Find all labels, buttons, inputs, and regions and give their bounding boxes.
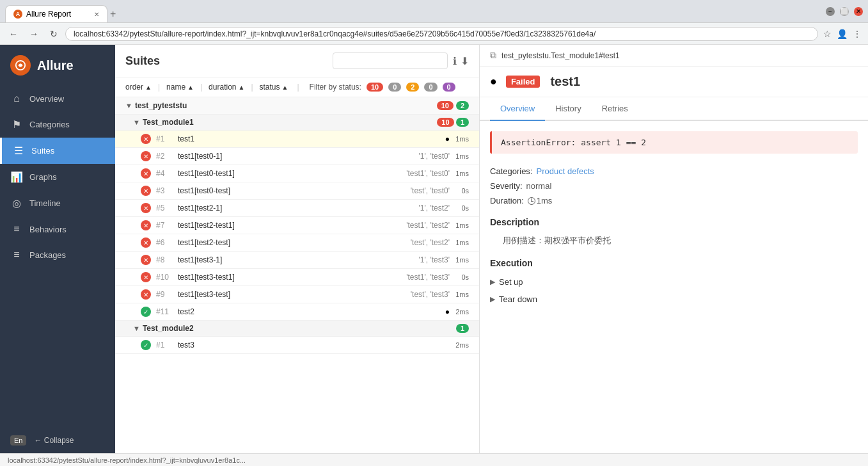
suite-row-test3[interactable]: ✓ #1 test3 2ms	[115, 337, 479, 354]
reload-button[interactable]: ↻	[46, 28, 61, 40]
row-time: 0s	[450, 187, 469, 195]
active-tab[interactable]: A Allure Report ✕	[5, 5, 107, 22]
row-params: '1', 'test0'	[418, 152, 450, 161]
row-status-failed: ✕	[141, 134, 151, 144]
row-num: #7	[156, 221, 174, 230]
sidebar-nav: ⌂ Overview ⚑ Categories ☰ Suites 📊 Graph…	[0, 86, 115, 428]
row-name: test1[test2-test1]	[178, 221, 402, 230]
suite-row-test1[interactable]: ✕ #1 test1 ● 1ms	[115, 131, 479, 148]
suites-header: Suites ℹ ⬇	[115, 45, 479, 77]
filter-badge-0[interactable]: 0	[388, 83, 401, 92]
address-input[interactable]	[65, 27, 818, 41]
back-button[interactable]: ←	[5, 28, 22, 40]
row-params: 'test', 'test0'	[411, 186, 450, 195]
profile-icon[interactable]: 👤	[835, 28, 849, 40]
sort-name-button[interactable]: name ▲	[166, 83, 194, 92]
subgroup-name: Test_module1	[143, 118, 437, 127]
subgroup-testmodule1: ▼ Test_module1 10 1 ✕ #1 test1 ● 1ms	[115, 115, 479, 321]
sidebar-item-suites[interactable]: ☰ Suites	[0, 138, 115, 164]
sidebar-item-packages[interactable]: ≡ Packages	[0, 242, 115, 268]
suite-row-test1-test2-1[interactable]: ✕ #5 test1[test2-1] '1', 'test2' 0s	[115, 200, 479, 217]
address-bar: ← → ↻ ☆ 👤 ⋮	[0, 23, 868, 45]
row-num: #1	[156, 134, 174, 143]
filter-badge-warning[interactable]: 2	[406, 83, 419, 92]
row-time: 1ms	[450, 291, 469, 298]
group-badges: 10 2	[437, 101, 469, 110]
new-tab-button[interactable]: +	[107, 6, 118, 22]
suite-row-test1-test0-1[interactable]: ✕ #2 test1[test0-1] '1', 'test0' 1ms	[115, 148, 479, 165]
subgroup-header-testmodule1[interactable]: ▼ Test_module1 10 1	[115, 115, 479, 131]
detail-content: AssertionError: assert 1 == 2 Categories…	[480, 121, 868, 318]
filter-badge-skip[interactable]: 0	[424, 83, 437, 92]
language-button[interactable]: En	[10, 435, 26, 446]
row-num: #9	[156, 290, 174, 299]
menu-icon[interactable]: ⋮	[851, 28, 863, 40]
sidebar-item-categories[interactable]: ⚑ Categories	[0, 111, 115, 138]
suite-row-test1-test0-test[interactable]: ✕ #3 test1[test0-test] 'test', 'test0' 0…	[115, 182, 479, 200]
error-message: AssertionError: assert 1 == 2	[501, 138, 646, 147]
suite-list: ▼ test_pyteststu 10 2 ▼ Test_module1 10	[115, 97, 479, 453]
download-button[interactable]: ⬇	[461, 55, 469, 67]
tab-retries[interactable]: Retries	[592, 97, 638, 121]
sidebar-item-timeline[interactable]: ◎ Timeline	[0, 190, 115, 216]
close-window-button[interactable]: ✕	[854, 7, 863, 16]
execution-title: Execution	[490, 258, 858, 268]
group-name: test_pyteststu	[135, 101, 437, 110]
tab-overview[interactable]: Overview	[490, 97, 545, 121]
sort-duration-button[interactable]: duration ▲	[209, 83, 244, 92]
status-url: localhost:63342/pytestStu/allure-report/…	[8, 456, 246, 464]
group-chevron: ▼	[125, 102, 132, 109]
graphs-icon: 📊	[10, 171, 23, 183]
info-button[interactable]: ℹ	[453, 55, 457, 67]
address-icons: ☆ 👤 ⋮	[822, 28, 863, 40]
subgroup-testmodule2: ▼ Test_module2 1 ✓ #1 test3 2ms	[115, 321, 479, 354]
meta-row-categories: Categories: Product defects	[490, 164, 858, 179]
detail-copy-bar: ⧉ test_pyteststu.Test_module1#test1	[480, 45, 868, 67]
sort-status-button[interactable]: status ▲	[260, 83, 288, 92]
tab-history[interactable]: History	[545, 97, 591, 121]
meta-row-severity: Severity: normal	[490, 179, 858, 193]
suite-row-test1-test0-test1[interactable]: ✕ #4 test1[test0-test1] 'test1', 'test0'…	[115, 165, 479, 182]
execution-teardown[interactable]: ▶ Tear down	[490, 291, 858, 308]
sidebar-item-graphs[interactable]: 📊 Graphs	[0, 164, 115, 190]
suite-group-header[interactable]: ▼ test_pyteststu 10 2	[115, 97, 479, 115]
row-num: #8	[156, 255, 174, 264]
row-time: 0s	[450, 273, 469, 281]
suite-group-testpyteststu: ▼ test_pyteststu 10 2 ▼ Test_module1 10	[115, 97, 479, 354]
browser-tabs: A Allure Report ✕ +	[5, 0, 118, 22]
suite-row-test1-test2-test1[interactable]: ✕ #7 test1[test2-test1] 'test1', 'test2'…	[115, 217, 479, 234]
packages-icon: ≡	[10, 249, 23, 261]
severity-label: Severity:	[490, 181, 523, 191]
suites-search-input[interactable]	[333, 52, 448, 69]
row-num: #5	[156, 204, 174, 213]
execution-setup[interactable]: ▶ Set up	[490, 273, 858, 291]
sort-order-button[interactable]: order ▲	[125, 83, 152, 92]
copy-icon[interactable]: ⧉	[490, 50, 496, 61]
categories-value[interactable]: Product defects	[536, 166, 594, 176]
sidebar-item-overview[interactable]: ⌂ Overview	[0, 86, 115, 111]
subgroup-header-testmodule2[interactable]: ▼ Test_module2 1	[115, 321, 479, 337]
filter-badge-failed[interactable]: 10	[367, 83, 383, 92]
filter-badge-unknown[interactable]: 0	[443, 83, 455, 92]
row-time: 1ms	[450, 256, 469, 264]
collapse-button[interactable]: ← Collapse	[34, 436, 74, 445]
sidebar-item-label-packages: Packages	[29, 250, 66, 260]
window-controls: − ⬜ ✕	[826, 7, 863, 16]
filter-bar: order ▲ | name ▲ | duration ▲ | status ▲…	[115, 77, 479, 97]
sidebar-item-behaviors[interactable]: ≡ Behaviors	[0, 216, 115, 242]
subgroup-chevron: ▼	[133, 118, 140, 126]
row-status-failed: ✕	[141, 237, 151, 248]
row-time: 1ms	[450, 221, 469, 229]
maximize-button[interactable]: ⬜	[840, 7, 849, 16]
suite-row-test1-test3-test1[interactable]: ✕ #10 test1[test3-test1] 'test1', 'test3…	[115, 269, 479, 286]
suite-row-test1-test3-1[interactable]: ✕ #8 test1[test3-1] '1', 'test3' 1ms	[115, 252, 479, 269]
minimize-button[interactable]: −	[826, 7, 835, 16]
suite-row-test1-test2-test[interactable]: ✕ #6 test1[test2-test] 'test', 'test2' 1…	[115, 234, 479, 252]
forward-button[interactable]: →	[26, 28, 42, 40]
row-bullet: ●	[445, 307, 450, 316]
row-num: #1	[156, 341, 174, 349]
bookmark-icon[interactable]: ☆	[822, 28, 833, 40]
tab-close-button[interactable]: ✕	[94, 11, 99, 18]
suite-row-test1-test3-test[interactable]: ✕ #9 test1[test3-test] 'test', 'test3' 1…	[115, 286, 479, 303]
suite-row-test2[interactable]: ✓ #11 test2 ● 2ms	[115, 303, 479, 321]
